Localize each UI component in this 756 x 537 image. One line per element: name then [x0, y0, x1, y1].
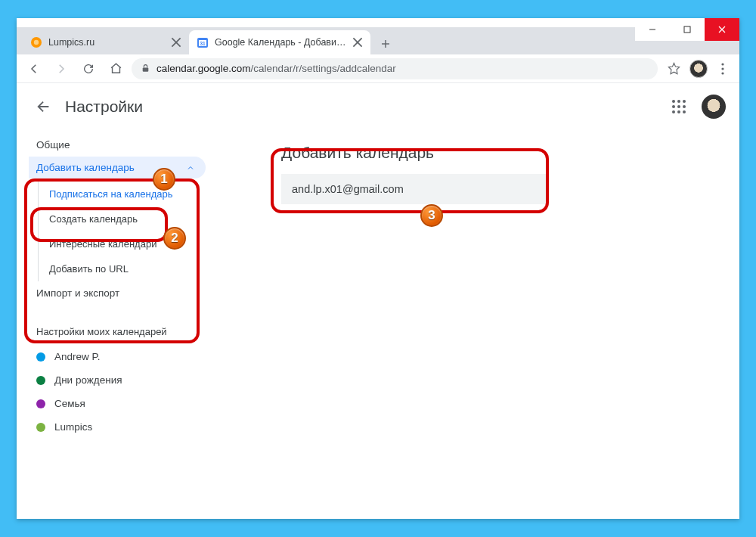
svg-point-22 [672, 105, 675, 108]
page-content: Настройки Общие Добавить календарь Подпи… [17, 83, 739, 519]
sidebar-item-label: Добавить календарь [36, 162, 135, 173]
my-calendars-header: Настройки моих календарей [36, 326, 206, 337]
reload-button[interactable] [77, 57, 100, 80]
calendar-name: Andrew P. [54, 351, 101, 362]
svg-point-18 [721, 72, 723, 74]
toolbar: calendar.google.com/calendar/r/settings/… [17, 54, 739, 83]
svg-point-24 [683, 105, 686, 108]
svg-point-20 [677, 100, 680, 103]
settings-body: Общие Добавить календарь Подписаться на … [17, 130, 739, 519]
gcal-favicon: 31 [197, 36, 209, 48]
calendar-color-dot [36, 376, 45, 385]
bookmark-button[interactable] [662, 57, 685, 80]
account-avatar[interactable] [702, 95, 726, 119]
svg-rect-1 [684, 26, 690, 33]
callout-badge-1: 1 [153, 168, 175, 191]
chevron-up-icon [186, 163, 195, 172]
svg-text:31: 31 [200, 41, 206, 46]
sidebar-item-import-export[interactable]: Импорт и экспорт [36, 281, 206, 305]
tab-strip: Lumpics.ru 31 Google Календарь - Добавит… [17, 27, 739, 54]
window-controls [635, 18, 739, 41]
svg-rect-15 [143, 67, 149, 71]
calendar-name: Lumpics [54, 421, 92, 433]
tab-label: Google Календарь - Добавить к [215, 37, 348, 48]
calendar-row[interactable]: Lumpics [36, 415, 206, 439]
lumpics-favicon [30, 36, 42, 48]
maximize-button[interactable] [670, 18, 705, 41]
settings-sidebar: Общие Добавить календарь Подписаться на … [17, 130, 206, 519]
url-text: calendar.google.com/calendar/r/settings/… [156, 63, 396, 74]
profile-avatar[interactable] [689, 60, 708, 78]
callout-badge-2: 2 [163, 227, 186, 250]
sidebar-item-add-calendar[interactable]: Добавить календарь [29, 157, 206, 178]
home-button[interactable] [104, 57, 127, 80]
svg-point-23 [677, 105, 680, 108]
page-title: Настройки [65, 98, 143, 116]
sidebar-item-general[interactable]: Общие [36, 133, 206, 157]
settings-back-button[interactable] [30, 93, 57, 120]
svg-point-5 [34, 40, 39, 45]
app-header: Настройки [17, 83, 739, 130]
svg-point-21 [683, 100, 686, 103]
close-icon[interactable] [171, 37, 181, 48]
submenu-create[interactable]: Создать календарь [49, 206, 206, 231]
tab-gcal[interactable]: 31 Google Календарь - Добавить к [189, 30, 370, 54]
new-tab-button[interactable] [375, 33, 396, 54]
minimize-button[interactable] [635, 18, 670, 41]
title-bar [17, 18, 739, 27]
tab-lumpics[interactable]: Lumpics.ru [23, 30, 189, 54]
calendar-color-dot [36, 399, 45, 408]
calendar-row[interactable]: Семья [36, 392, 206, 415]
calendar-email-input[interactable] [281, 174, 546, 204]
close-button[interactable] [705, 18, 739, 41]
forward-button[interactable] [50, 57, 73, 80]
submenu-subscribe[interactable]: Подписаться на календарь [49, 182, 206, 206]
svg-point-26 [677, 110, 680, 113]
lock-icon [141, 64, 150, 73]
main-panel: Добавить календарь [206, 130, 739, 519]
svg-point-27 [683, 110, 686, 113]
apps-grid-icon[interactable] [670, 98, 688, 116]
calendar-row[interactable]: Andrew P. [36, 345, 206, 368]
svg-point-17 [721, 67, 723, 70]
calendar-name: Дни рождения [54, 374, 122, 386]
submenu-by-url[interactable]: Добавить по URL [49, 256, 206, 281]
svg-point-16 [721, 63, 723, 65]
address-bar[interactable]: calendar.google.com/calendar/r/settings/… [132, 58, 658, 79]
tab-label: Lumpics.ru [48, 37, 166, 48]
calendar-color-dot [36, 352, 45, 362]
close-icon[interactable] [352, 37, 363, 48]
calendar-name: Семья [54, 398, 85, 409]
browser-window: Lumpics.ru 31 Google Календарь - Добавит… [17, 18, 739, 519]
menu-button[interactable] [712, 63, 733, 75]
svg-point-25 [672, 110, 675, 113]
section-title: Добавить календарь [281, 144, 717, 162]
svg-point-19 [672, 100, 675, 103]
calendar-color-dot [36, 423, 45, 432]
callout-badge-3: 3 [420, 204, 443, 227]
calendar-row[interactable]: Дни рождения [36, 368, 206, 392]
back-button[interactable] [23, 57, 45, 80]
